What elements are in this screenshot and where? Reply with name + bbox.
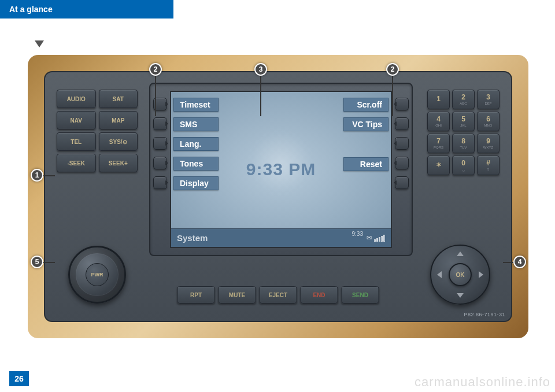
audio-button[interactable]: AUDIO bbox=[57, 90, 96, 108]
section-header: At a glance bbox=[0, 0, 173, 19]
softkey-r4[interactable] bbox=[395, 157, 409, 169]
rpt-button[interactable]: RPT bbox=[177, 286, 215, 304]
sys-button[interactable]: SYS/⊙ bbox=[99, 132, 138, 151]
menu-lang[interactable]: Lang. bbox=[173, 137, 219, 151]
envelope-icon: ✉ bbox=[367, 234, 372, 242]
left-menu-column: Timeset SMS Lang. Tones Display bbox=[173, 98, 219, 190]
display-screen: Timeset SMS Lang. Tones Display Scr.off … bbox=[170, 91, 392, 248]
map-button[interactable]: MAP bbox=[99, 111, 138, 130]
key-6[interactable]: 6MNO bbox=[477, 112, 500, 131]
softkey-l2[interactable] bbox=[153, 117, 167, 130]
clock-display: 9:33 PM bbox=[246, 160, 316, 179]
softkey-r3[interactable] bbox=[395, 137, 409, 150]
key-3[interactable]: 3DEF bbox=[477, 90, 500, 109]
callout-2a: 2 bbox=[149, 63, 162, 76]
ok-button[interactable]: OK bbox=[449, 263, 472, 286]
menu-display[interactable]: Display bbox=[173, 176, 219, 190]
keypad-grid: 1 2ABC 3DEF 4GHI 5JKL 6MNO 7PQRS 8TUV 9W… bbox=[427, 90, 500, 175]
right-softkey-column bbox=[392, 84, 412, 255]
softkey-r2[interactable] bbox=[395, 117, 409, 130]
pwr-label: PWR bbox=[86, 263, 109, 286]
callout-4: 4 bbox=[513, 256, 526, 268]
signal-icon bbox=[374, 235, 385, 242]
seek-up-button[interactable]: SEEK+ bbox=[99, 154, 138, 172]
power-volume-knob[interactable]: PWR bbox=[68, 246, 126, 304]
sat-button[interactable]: SAT bbox=[99, 90, 138, 108]
softkey-r5[interactable] bbox=[395, 176, 409, 189]
site-watermark: carmanualsonline.info bbox=[415, 375, 550, 390]
status-time: 9:33 bbox=[352, 229, 363, 237]
key-9[interactable]: 9WXYZ bbox=[477, 134, 500, 153]
softkey-r1[interactable] bbox=[395, 98, 409, 110]
arrow-down-icon[interactable] bbox=[457, 293, 464, 298]
arrow-left-icon[interactable] bbox=[437, 271, 442, 278]
status-icons: ✉ bbox=[367, 234, 385, 242]
status-bar: System 9:33 ✉ bbox=[171, 228, 391, 247]
key-star[interactable]: ✶ bbox=[427, 156, 450, 175]
arrow-up-icon[interactable] bbox=[457, 252, 464, 256]
key-0[interactable]: 0␣ bbox=[452, 156, 475, 175]
menu-vctips[interactable]: VC Tips bbox=[343, 117, 388, 131]
triangle-marker-icon bbox=[35, 40, 44, 47]
softkey-l4[interactable] bbox=[153, 157, 167, 169]
callout-line bbox=[155, 76, 156, 116]
callout-line bbox=[43, 175, 55, 176]
menu-reset[interactable]: Reset bbox=[343, 157, 388, 171]
page-number: 26 bbox=[9, 371, 29, 386]
bottom-button-row: RPT MUTE EJECT END SEND bbox=[177, 286, 379, 304]
callout-1: 1 bbox=[31, 169, 43, 182]
key-8[interactable]: 8TUV bbox=[452, 134, 475, 153]
callout-2b: 2 bbox=[386, 63, 399, 76]
key-1[interactable]: 1 bbox=[427, 90, 450, 109]
send-button[interactable]: SEND bbox=[342, 286, 379, 304]
menu-timeset[interactable]: Timeset bbox=[173, 98, 219, 112]
key-hash[interactable]: #⇧ bbox=[477, 156, 500, 175]
menu-sms[interactable]: SMS bbox=[173, 117, 219, 131]
callout-line bbox=[260, 76, 261, 116]
nav-button[interactable]: NAV bbox=[57, 111, 96, 130]
softkey-l5[interactable] bbox=[153, 176, 167, 189]
callout-line bbox=[503, 262, 513, 263]
callout-line bbox=[392, 76, 393, 116]
left-softkey-column bbox=[150, 84, 170, 255]
right-menu-column: Scr.off VC Tips Reset bbox=[343, 98, 388, 171]
end-button[interactable]: END bbox=[301, 286, 338, 304]
key-7[interactable]: 7PQRS bbox=[427, 134, 450, 153]
comand-unit-photo: AUDIO SAT NAV MAP TEL SYS/⊙ -SEEK SEEK+ … bbox=[28, 55, 528, 338]
menu-tones[interactable]: Tones bbox=[173, 157, 219, 171]
screen-bezel: Timeset SMS Lang. Tones Display Scr.off … bbox=[149, 83, 413, 256]
left-button-grid: AUDIO SAT NAV MAP TEL SYS/⊙ -SEEK SEEK+ bbox=[57, 90, 138, 172]
tel-button[interactable]: TEL bbox=[57, 132, 96, 151]
arrow-right-icon[interactable] bbox=[479, 271, 483, 278]
callout-3: 3 bbox=[254, 63, 267, 76]
callout-5: 5 bbox=[31, 256, 43, 268]
mute-button[interactable]: MUTE bbox=[219, 286, 256, 304]
key-2[interactable]: 2ABC bbox=[452, 90, 475, 109]
status-title: System bbox=[177, 233, 352, 243]
key-4[interactable]: 4GHI bbox=[427, 112, 450, 131]
softkey-l3[interactable] bbox=[153, 137, 167, 150]
eject-button[interactable]: EJECT bbox=[260, 286, 297, 304]
ok-dpad[interactable]: OK bbox=[430, 245, 490, 305]
callout-line bbox=[43, 262, 55, 263]
menu-scroff[interactable]: Scr.off bbox=[343, 98, 388, 112]
key-5[interactable]: 5JKL bbox=[452, 112, 475, 131]
seek-down-button[interactable]: -SEEK bbox=[57, 154, 96, 172]
image-reference-code: P82.86-7191-31 bbox=[464, 312, 505, 317]
